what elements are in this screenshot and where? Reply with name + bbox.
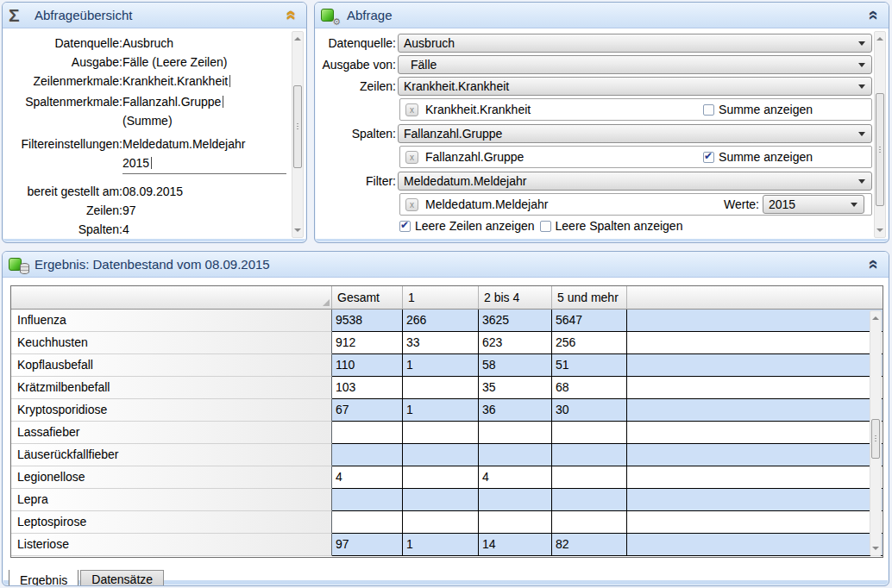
collapse-panel-icon[interactable]: « xyxy=(867,260,885,270)
summe-anzeigen-checkbox[interactable] xyxy=(703,152,714,163)
data-cell[interactable]: 67 xyxy=(332,399,403,422)
query-header: ⚙ Abfrage « xyxy=(315,3,889,28)
data-cell[interactable]: 3625 xyxy=(479,310,552,332)
data-cell[interactable]: 51 xyxy=(552,354,627,377)
overview-field-bereitgestellt: bereit gestellt am: 08.09.2015 xyxy=(3,182,305,201)
collapse-panel-icon[interactable]: « xyxy=(285,10,303,21)
data-cell[interactable] xyxy=(403,466,479,489)
corner-header-cell[interactable] xyxy=(11,286,332,310)
spalten-select[interactable]: Fallanzahl.Gruppe xyxy=(398,124,872,143)
data-cell[interactable]: 110 xyxy=(332,354,403,377)
data-cell[interactable] xyxy=(403,511,479,534)
sort-grip-icon xyxy=(323,299,330,306)
data-cell[interactable]: 1 xyxy=(403,354,479,377)
query-scrollbar[interactable] xyxy=(874,31,886,238)
scroll-up-icon[interactable] xyxy=(875,34,885,44)
column-header[interactable]: 5 und mehr xyxy=(552,286,627,310)
data-cell[interactable]: 58 xyxy=(479,354,552,377)
data-cell[interactable]: 36 xyxy=(479,399,552,422)
data-cell[interactable] xyxy=(479,444,552,466)
data-cell[interactable]: 68 xyxy=(552,377,627,399)
disease-row-label[interactable]: Kopflausbefall xyxy=(11,354,332,377)
disease-row-label[interactable]: Läuserückfallfieber xyxy=(11,444,332,466)
overview-field-spalten: Spalten: 4 xyxy=(3,220,305,239)
remove-icon[interactable]: x xyxy=(405,198,418,211)
summe-anzeigen-checkbox[interactable] xyxy=(703,104,714,116)
data-cell[interactable] xyxy=(403,377,479,399)
table-scrollbar[interactable] xyxy=(870,310,882,556)
disease-row-label[interactable]: Keuchhusten xyxy=(11,332,332,354)
disease-row-label[interactable]: Influenza xyxy=(11,310,332,332)
werte-select[interactable]: 2015 xyxy=(763,195,864,214)
data-cell[interactable]: 97 xyxy=(332,534,403,556)
data-cell[interactable] xyxy=(403,444,479,466)
overview-scrollbar[interactable] xyxy=(292,31,304,238)
data-cell[interactable] xyxy=(332,444,403,466)
data-cell[interactable] xyxy=(479,422,552,444)
zeilen-select[interactable]: Krankheit.Krankheit xyxy=(398,77,872,96)
table-row: Lassafieber xyxy=(11,422,883,444)
data-cell[interactable]: 82 xyxy=(552,534,627,556)
data-cell[interactable] xyxy=(552,489,627,511)
data-cell[interactable]: 5647 xyxy=(552,310,627,332)
data-cell[interactable]: 256 xyxy=(552,332,627,354)
scroll-down-icon[interactable] xyxy=(870,543,881,554)
column-header[interactable]: Gesamt xyxy=(332,286,403,310)
data-cell[interactable]: 30 xyxy=(552,399,627,422)
data-cell[interactable]: 33 xyxy=(403,332,479,354)
remove-icon[interactable]: x xyxy=(405,103,418,116)
filler-cell xyxy=(627,332,883,354)
data-cell[interactable] xyxy=(552,466,627,489)
remove-icon[interactable]: x xyxy=(405,151,418,164)
scrollbar-thumb[interactable] xyxy=(293,85,302,168)
disease-row-label[interactable]: Leptospirose xyxy=(11,511,332,534)
data-cell[interactable]: 35 xyxy=(479,377,552,399)
datenquelle-select[interactable]: Ausbruch xyxy=(398,34,872,53)
column-header[interactable] xyxy=(627,286,883,310)
data-cell[interactable]: 9538 xyxy=(332,310,403,332)
ausgabe-select[interactable]: Fälle xyxy=(398,55,872,74)
scroll-up-icon[interactable] xyxy=(870,313,881,323)
data-cell[interactable]: 912 xyxy=(332,332,403,354)
filter-select[interactable]: Meldedatum.Meldejahr xyxy=(398,172,872,191)
disease-row-label[interactable]: Krätzmilbenbefall xyxy=(11,377,332,399)
leere-zeilen-checkbox[interactable] xyxy=(399,221,411,232)
column-header[interactable]: 1 xyxy=(403,286,479,310)
data-cell[interactable]: 1 xyxy=(403,534,479,556)
data-cell[interactable]: 103 xyxy=(332,377,403,399)
result-tabbar: Ergebnis Datensätze xyxy=(9,570,164,586)
data-cell[interactable]: 14 xyxy=(479,534,552,556)
data-cell[interactable]: 4 xyxy=(479,466,552,489)
disease-row-label[interactable]: Kryptosporidiose xyxy=(11,399,332,422)
data-cell[interactable]: 623 xyxy=(479,332,552,354)
disease-row-label[interactable]: Lepra xyxy=(11,489,332,511)
scroll-down-icon[interactable] xyxy=(875,225,885,235)
data-cell[interactable] xyxy=(479,489,552,511)
scrollbar-thumb[interactable] xyxy=(871,419,880,459)
scrollbar-thumb[interactable] xyxy=(876,93,884,206)
disease-row-label[interactable]: Listeriose xyxy=(11,534,332,556)
data-cell[interactable] xyxy=(479,511,552,534)
data-cell[interactable] xyxy=(552,511,627,534)
data-cell[interactable] xyxy=(552,422,627,444)
leere-spalten-checkbox[interactable] xyxy=(540,221,551,232)
disease-row-label[interactable]: Legionellose xyxy=(11,466,332,489)
tab-ergebnis[interactable]: Ergebnis xyxy=(9,570,79,586)
result-header: Ergebnis: Datenbestand vom 08.09.2015 « xyxy=(3,252,889,278)
filler-cell xyxy=(627,444,883,466)
column-header[interactable]: 2 bis 4 xyxy=(479,286,552,310)
scroll-up-icon[interactable] xyxy=(292,34,303,44)
data-cell[interactable]: 266 xyxy=(403,310,479,332)
collapse-panel-icon[interactable]: « xyxy=(867,10,885,21)
data-cell[interactable]: 1 xyxy=(403,399,479,422)
disease-row-label[interactable]: Lassafieber xyxy=(11,422,332,444)
tab-datensaetze[interactable]: Datensätze xyxy=(80,570,164,586)
data-cell[interactable] xyxy=(332,422,403,444)
scroll-down-icon[interactable] xyxy=(292,225,303,235)
data-cell[interactable] xyxy=(403,489,479,511)
data-cell[interactable] xyxy=(332,511,403,534)
data-cell[interactable] xyxy=(332,489,403,511)
data-cell[interactable] xyxy=(552,444,627,466)
data-cell[interactable]: 4 xyxy=(332,466,403,489)
data-cell[interactable] xyxy=(403,422,479,444)
